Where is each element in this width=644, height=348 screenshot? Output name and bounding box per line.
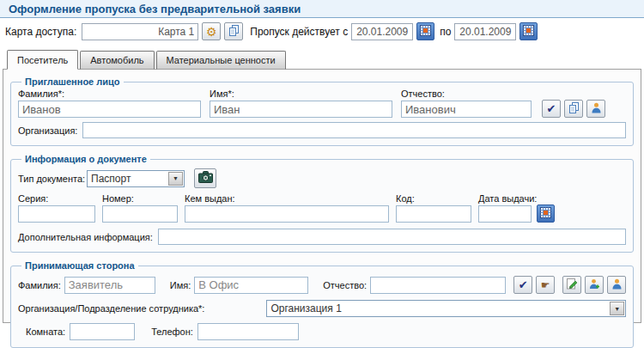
- middlename-label: Отчество:: [401, 89, 532, 99]
- issue-date-label: Дата выдачи:: [478, 193, 532, 204]
- host-firstname-label: Имя:: [170, 280, 191, 290]
- phone-label: Телефон:: [151, 327, 193, 337]
- issue-date-input[interactable]: [478, 205, 532, 223]
- calendar-icon: [420, 25, 431, 39]
- add-host-button[interactable]: [585, 276, 604, 294]
- person-icon: [611, 278, 623, 292]
- middlename-input[interactable]: [401, 101, 532, 118]
- pass-form-window: Оформление пропуска без предварительной …: [0, 0, 644, 348]
- edit-icon: [567, 278, 578, 292]
- host-middlename-label: Отчество:: [323, 280, 367, 290]
- issued-by-label: Кем выдан:: [185, 193, 389, 204]
- page-title: Оформление пропуска без предварительной …: [9, 3, 301, 15]
- validity-label: Пропуск действует с: [250, 26, 348, 38]
- document-info-legend: Информация о документе: [21, 154, 150, 164]
- dropdown-arrow-icon: ▼: [610, 302, 624, 315]
- phone-input[interactable]: [197, 323, 299, 340]
- doc-type-value: Паспорт: [91, 173, 165, 185]
- header-bar: Оформление пропуска без предварительной …: [0, 0, 644, 18]
- organization-label: Организация:: [18, 125, 77, 136]
- firstname-label: Имя*:: [210, 89, 392, 99]
- series-label: Серия:: [18, 193, 95, 204]
- room-label: Комната:: [26, 327, 65, 337]
- edit-host-button[interactable]: [562, 276, 581, 294]
- camera-icon: [198, 171, 213, 186]
- access-card-input[interactable]: [82, 23, 198, 40]
- select-host-button[interactable]: ☛: [536, 276, 555, 294]
- host-card-button[interactable]: [607, 276, 626, 294]
- person-card-button[interactable]: [586, 100, 605, 118]
- host-org-select[interactable]: Организация 1 ▼: [266, 300, 626, 317]
- tab-bar: Посетитель Автомобиль Материальные ценно…: [0, 47, 644, 70]
- code-input[interactable]: [396, 205, 471, 223]
- host-middlename-input[interactable]: [370, 277, 506, 294]
- invited-person-legend: Приглашенное лицо: [21, 76, 124, 87]
- invited-person-fieldset: Приглашенное лицо Фамилия*: Имя*: Отчест…: [10, 76, 634, 146]
- code-label: Код:: [396, 193, 471, 204]
- host-org-value: Организация 1: [270, 302, 606, 314]
- lastname-label: Фамилия*:: [18, 89, 201, 99]
- receiving-party-fieldset: Принимающая сторона Фамилия: Имя: Отчест…: [10, 260, 634, 348]
- check-icon: ✔: [547, 103, 556, 114]
- copy-icon: [568, 102, 580, 116]
- firstname-input[interactable]: [210, 101, 392, 118]
- copy-icon: [228, 25, 240, 39]
- number-input[interactable]: [102, 205, 178, 223]
- issue-date-calendar-button[interactable]: [537, 205, 555, 223]
- host-firstname-input[interactable]: [194, 277, 308, 294]
- valid-to-calendar-button[interactable]: [519, 22, 538, 40]
- visitor-tab-panel: Приглашенное лицо Фамилия*: Имя*: Отчест…: [3, 69, 641, 323]
- series-input[interactable]: [18, 205, 95, 223]
- host-lastname-input[interactable]: [64, 277, 155, 294]
- photo-button[interactable]: [194, 168, 216, 188]
- person-icon: [591, 102, 602, 116]
- to-label: по: [440, 26, 451, 38]
- encode-card-button[interactable]: ⚙: [202, 22, 221, 40]
- confirm-host-button[interactable]: ✔: [513, 276, 532, 294]
- host-org-label: Организация/Подразделение сотрудника*:: [18, 303, 204, 314]
- lastname-input[interactable]: [18, 101, 201, 118]
- doc-type-label: Тип документа:: [18, 174, 82, 184]
- document-info-fieldset: Информация о документе Тип документа: Па…: [10, 154, 634, 253]
- calendar-icon: [523, 25, 534, 39]
- room-input[interactable]: [70, 323, 135, 340]
- organization-input[interactable]: [82, 122, 626, 138]
- dropdown-arrow-icon: ▼: [168, 172, 183, 186]
- additional-info-label: Дополнительная информация:: [18, 232, 153, 242]
- copy-person-button[interactable]: [564, 100, 583, 118]
- access-card-row: Карта доступа: ⚙ Пропуск действует с по: [0, 18, 644, 45]
- tab-visitor[interactable]: Посетитель: [7, 50, 78, 70]
- valid-to-input[interactable]: [454, 23, 516, 40]
- number-label: Номер:: [102, 193, 178, 204]
- copy-card-button[interactable]: [224, 22, 243, 40]
- person-add-icon: [589, 278, 600, 292]
- doc-type-select[interactable]: Паспорт ▼: [87, 170, 185, 187]
- confirm-person-button[interactable]: ✔: [542, 100, 561, 118]
- tab-material-values[interactable]: Материальные ценности: [156, 51, 286, 70]
- additional-info-input[interactable]: [158, 229, 626, 245]
- access-card-label: Карта доступа:: [5, 26, 76, 38]
- issued-by-input[interactable]: [185, 205, 389, 223]
- host-lastname-label: Фамилия:: [18, 280, 61, 290]
- valid-from-calendar-button[interactable]: [416, 22, 434, 40]
- check-icon: ✔: [519, 279, 528, 290]
- tab-vehicle[interactable]: Автомобиль: [80, 51, 154, 70]
- calendar-icon: [540, 207, 551, 221]
- valid-from-input[interactable]: [351, 23, 413, 40]
- gear-icon: ⚙: [206, 26, 217, 38]
- receiving-party-legend: Принимающая сторона: [21, 260, 138, 271]
- pointing-hand-icon: ☛: [541, 280, 550, 290]
